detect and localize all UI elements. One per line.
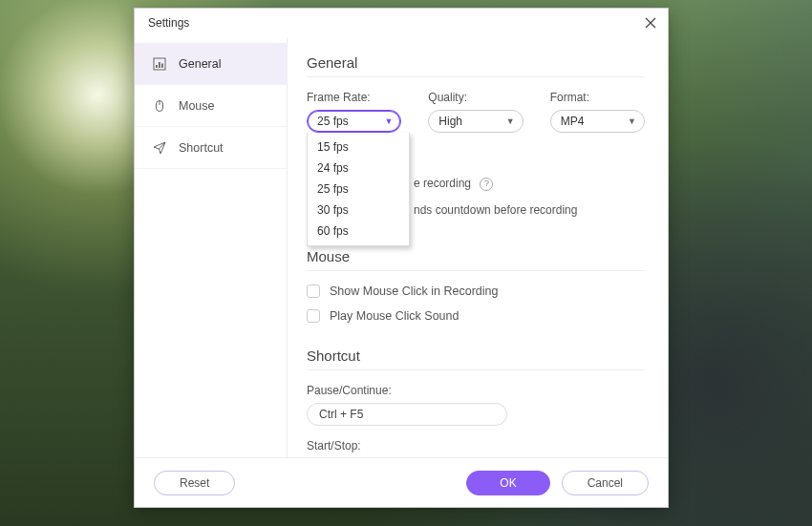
chevron-down-icon: ▼: [506, 116, 515, 126]
section-heading-mouse: Mouse: [307, 248, 645, 264]
ok-button[interactable]: OK: [466, 471, 549, 495]
svg-rect-2: [159, 62, 160, 68]
sidebar-item-general[interactable]: General: [135, 43, 287, 85]
svg-rect-3: [161, 63, 163, 68]
divider: [307, 369, 645, 370]
dialog-footer: Reset OK Cancel: [135, 457, 668, 507]
format-value: MP4: [561, 115, 585, 128]
frame-rate-option[interactable]: 24 fps: [308, 158, 409, 179]
general-controls-row: Frame Rate: 25 fps ▼ 15 fps 24 fps 25 fp…: [307, 91, 645, 133]
frame-rate-option[interactable]: 25 fps: [308, 179, 409, 200]
bar-chart-icon: [152, 56, 167, 72]
show-mouse-click-row[interactable]: Show Mouse Click in Recording: [307, 284, 645, 298]
checkbox[interactable]: [307, 309, 320, 323]
frame-rate-option[interactable]: 30 fps: [308, 200, 409, 221]
svg-rect-1: [156, 65, 158, 68]
frame-rate-option[interactable]: 60 fps: [308, 221, 409, 242]
quality-select[interactable]: High ▼: [428, 110, 523, 133]
pause-continue-input[interactable]: Ctrl + F5: [307, 403, 507, 426]
settings-dialog: Settings General Mouse Sh: [134, 8, 669, 508]
chevron-down-icon: ▼: [628, 116, 636, 126]
close-button[interactable]: [643, 15, 658, 31]
checkbox[interactable]: [307, 284, 320, 298]
sidebar-item-label: Shortcut: [179, 141, 224, 155]
content-pane: General Frame Rate: 25 fps ▼ 15 fps 24 f…: [288, 37, 668, 457]
pause-continue-value: Ctrl + F5: [319, 408, 363, 421]
sidebar-item-mouse[interactable]: Mouse: [135, 85, 287, 127]
sidebar-item-label: Mouse: [179, 99, 215, 113]
section-heading-general: General: [307, 54, 645, 71]
pause-continue-label: Pause/Continue:: [307, 384, 645, 397]
close-icon: [645, 17, 656, 29]
section-heading-shortcut: Shortcut: [307, 347, 645, 364]
show-mouse-click-label: Show Mouse Click in Recording: [330, 284, 498, 298]
frame-rate-label: Frame Rate:: [307, 91, 401, 104]
quality-value: High: [438, 115, 462, 128]
divider: [307, 270, 645, 271]
frame-rate-dropdown: 15 fps 24 fps 25 fps 30 fps 60 fps: [307, 133, 410, 246]
divider: [307, 76, 645, 77]
mouse-icon: [152, 98, 167, 114]
quality-label: Quality:: [428, 91, 523, 104]
titlebar: Settings: [135, 9, 668, 37]
start-stop-label: Start/Stop:: [307, 439, 645, 452]
sidebar: General Mouse Shortcut: [135, 37, 288, 457]
format-label: Format:: [550, 91, 645, 104]
format-select[interactable]: MP4 ▼: [550, 110, 645, 133]
sidebar-item-shortcut[interactable]: Shortcut: [135, 127, 287, 169]
option-hide-recording-partial: e recording: [414, 177, 471, 190]
frame-rate-select[interactable]: 25 fps ▼: [307, 110, 401, 133]
dialog-title: Settings: [148, 16, 189, 30]
option-countdown-partial: nds countdown before recording: [414, 203, 577, 217]
frame-rate-value: 25 fps: [317, 115, 349, 128]
paper-plane-icon: [152, 140, 167, 156]
play-mouse-sound-row[interactable]: Play Mouse Click Sound: [307, 309, 645, 323]
chevron-down-icon: ▼: [384, 116, 393, 126]
play-mouse-sound-label: Play Mouse Click Sound: [330, 309, 459, 323]
reset-button[interactable]: Reset: [154, 471, 235, 495]
frame-rate-option[interactable]: 15 fps: [308, 137, 409, 158]
help-icon[interactable]: ?: [480, 178, 493, 191]
cancel-button[interactable]: Cancel: [562, 471, 649, 495]
sidebar-item-label: General: [179, 57, 221, 71]
